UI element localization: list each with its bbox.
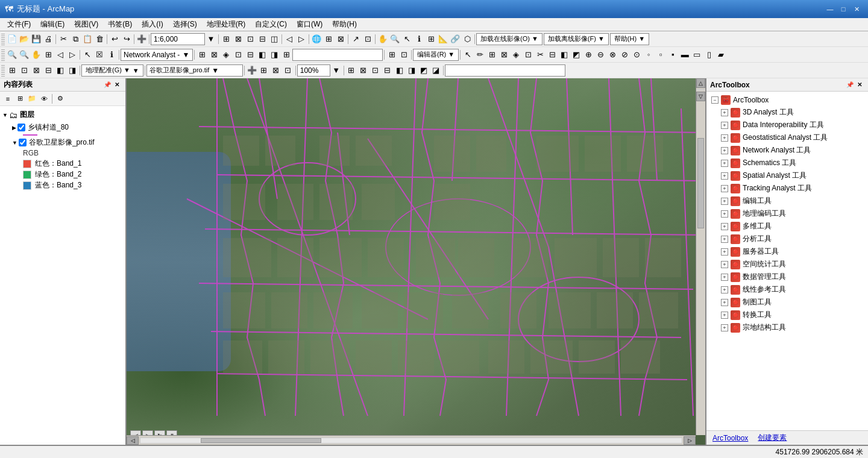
menu-bookmarks[interactable]: 书签(B) xyxy=(103,18,137,31)
menu-window[interactable]: 窗口(W) xyxy=(292,18,327,31)
scroll-up-button[interactable]: △ xyxy=(696,78,705,88)
geo-tool-1[interactable]: ➕ xyxy=(246,64,258,77)
editor-tool-17[interactable]: ▫ xyxy=(655,49,667,61)
editor-tool-14[interactable]: ⊘ xyxy=(618,49,631,61)
print-button[interactable]: 🖨 xyxy=(42,33,54,45)
tool-icon-6[interactable]: ◁ xyxy=(283,33,295,45)
na-expand[interactable]: + xyxy=(721,147,728,154)
editor-tool-20[interactable]: ▭ xyxy=(691,49,703,61)
editor-tool-4[interactable]: ⊠ xyxy=(498,49,510,61)
layer1-expand[interactable]: ▶ xyxy=(12,125,16,131)
an-expand[interactable]: + xyxy=(721,236,728,243)
menu-view[interactable]: 视图(V) xyxy=(69,18,103,31)
geo-icon-5[interactable]: ◧ xyxy=(54,64,66,77)
geo-tool-9[interactable]: ◧ xyxy=(394,64,406,77)
editor-tool-5[interactable]: ◈ xyxy=(510,49,522,61)
close-button[interactable]: ✕ xyxy=(850,3,863,15)
load-online-imagery-button[interactable]: 加载在线影像(O) ▼ xyxy=(476,33,542,45)
toolbox-cartography[interactable]: + 🔴 制图工具 xyxy=(706,296,868,309)
network-analyst-dropdown[interactable]: Network Analyst - ▼ xyxy=(121,49,193,61)
toc-source-view-button[interactable]: 📁 xyxy=(27,93,37,104)
geo-search-input[interactable] xyxy=(445,64,565,77)
sch-expand[interactable]: + xyxy=(721,160,728,167)
na-icon-7[interactable]: ◨ xyxy=(268,49,280,61)
delete-button[interactable]: 🗑 xyxy=(93,33,105,45)
map-scrollbar-horizontal[interactable]: ◁ ▷ xyxy=(127,435,696,445)
toc-options-button[interactable]: ⚙ xyxy=(55,93,66,104)
zoom-in-2-button[interactable]: 🔍 xyxy=(6,49,18,61)
save-button[interactable]: 💾 xyxy=(30,33,42,45)
menu-help[interactable]: 帮助(H) xyxy=(327,18,362,31)
sv-expand[interactable]: + xyxy=(721,248,728,256)
na-icon-5[interactable]: ⊟ xyxy=(244,49,256,61)
geo-tool-4[interactable]: ⊡ xyxy=(282,64,294,77)
sa-expand[interactable]: + xyxy=(721,172,728,180)
toc-pin-button[interactable]: 📌 xyxy=(102,80,112,90)
toolbox-schematics[interactable]: + 🔴 Schematics 工具 xyxy=(706,157,868,169)
editor-tool-7[interactable]: ✂ xyxy=(534,49,546,61)
editor-tool-3[interactable]: ⊞ xyxy=(486,49,498,61)
geo-tool-12[interactable]: ◪ xyxy=(430,64,442,77)
toolbox-root-expand[interactable]: − xyxy=(711,96,719,104)
editor-tool-21[interactable]: ▯ xyxy=(703,49,715,61)
scroll-right-button[interactable]: ▷ xyxy=(684,436,696,445)
na-icon-4[interactable]: ⊡ xyxy=(232,49,244,61)
geo-tool-11[interactable]: ◩ xyxy=(418,64,430,77)
editor-icon-2[interactable]: ⊡ xyxy=(398,49,410,61)
tool-icon-5[interactable]: ◫ xyxy=(268,33,280,45)
editor-tool-1[interactable]: ↖ xyxy=(462,49,474,61)
na-icon-2[interactable]: ⊠ xyxy=(208,49,220,61)
scroll-thumb-v[interactable] xyxy=(697,89,705,90)
ss-expand[interactable]: + xyxy=(721,261,728,268)
tool-icon-7[interactable]: ▷ xyxy=(295,33,307,45)
full-extent-button[interactable]: ⊞ xyxy=(42,49,54,61)
na-icon-6[interactable]: ◧ xyxy=(256,49,268,61)
editor-tool-2[interactable]: ✏ xyxy=(474,49,486,61)
ta-expand[interactable]: + xyxy=(721,185,728,192)
toolbox-spatial-analyst[interactable]: + 🔴 Spatial Analyst 工具 xyxy=(706,169,868,182)
na-icon-3[interactable]: ◈ xyxy=(220,49,232,61)
tool-icon-9[interactable]: ⊞ xyxy=(322,33,335,45)
search-input[interactable] xyxy=(292,49,383,61)
editor-tool-15[interactable]: ⊙ xyxy=(631,49,643,61)
scroll-left-button[interactable]: ◁ xyxy=(127,436,139,445)
toolbox-conversion[interactable]: + 🔴 转换工具 xyxy=(706,309,868,321)
editor-tool-8[interactable]: ⊟ xyxy=(546,49,558,61)
toolbox-tracking-analyst[interactable]: + 🔴 Tracking Analyst 工具 xyxy=(706,182,868,195)
select-button[interactable]: ↖ xyxy=(401,33,413,45)
minimize-button[interactable]: — xyxy=(823,3,837,15)
scroll-down-button[interactable]: ▽ xyxy=(696,92,705,101)
map-area[interactable]: ◁ ▷ ↻ ⏸ ◁ ▷ △ ▽ xyxy=(127,78,705,445)
maximize-button[interactable]: □ xyxy=(837,3,850,15)
arctoolbox-tab[interactable]: ArcToolbox xyxy=(710,433,750,444)
toolbox-parcel[interactable]: + 🔴 宗地结构工具 xyxy=(706,321,868,334)
editor-tool-16[interactable]: ◦ xyxy=(643,49,655,61)
3d-expand[interactable]: + xyxy=(721,109,728,116)
cut-button[interactable]: ✂ xyxy=(57,33,69,45)
na-icon-8[interactable]: ⊞ xyxy=(280,49,292,61)
geo-tool-7[interactable]: ⊡ xyxy=(370,64,382,77)
pan-button[interactable]: ✋ xyxy=(377,33,389,45)
scale-dropdown-button[interactable]: ▼ xyxy=(205,33,217,45)
toolbox-network-analyst[interactable]: + 🔴 Network Analyst 工具 xyxy=(706,144,868,157)
pan-2-button[interactable]: ✋ xyxy=(30,49,42,61)
select-feature-button[interactable]: ↖ xyxy=(81,49,93,61)
geo-icon-2[interactable]: ⊡ xyxy=(18,64,30,77)
editor-tool-11[interactable]: ⊕ xyxy=(582,49,594,61)
find-button[interactable]: ⊞ xyxy=(425,33,437,45)
toolbox-spatial-stats[interactable]: + 🔴 空间统计工具 xyxy=(706,258,868,271)
editor-tool-13[interactable]: ⊗ xyxy=(606,49,618,61)
geo-tool-8[interactable]: ⊟ xyxy=(382,64,394,77)
toolbox-analysis[interactable]: + 🔴 分析工具 xyxy=(706,233,868,245)
geo-icon-1[interactable]: ⊞ xyxy=(6,64,18,77)
toolbox-edit-tools[interactable]: + 🔴 编辑工具 xyxy=(706,195,868,207)
scale-input[interactable] xyxy=(151,33,205,45)
tool-icon-8[interactable]: 🌐 xyxy=(310,33,322,45)
editor-dropdown[interactable]: 编辑器(R) ▼ xyxy=(413,49,459,61)
tool-icon-2[interactable]: ⊠ xyxy=(232,33,244,45)
toc-close-button[interactable]: ✕ xyxy=(112,80,122,90)
layer1-checkbox[interactable] xyxy=(17,124,25,131)
toolbox-geocoding[interactable]: + 🔴 地理编码工具 xyxy=(706,207,868,220)
new-file-button[interactable]: 📄 xyxy=(6,33,18,45)
clear-select-button[interactable]: ☒ xyxy=(93,49,105,61)
